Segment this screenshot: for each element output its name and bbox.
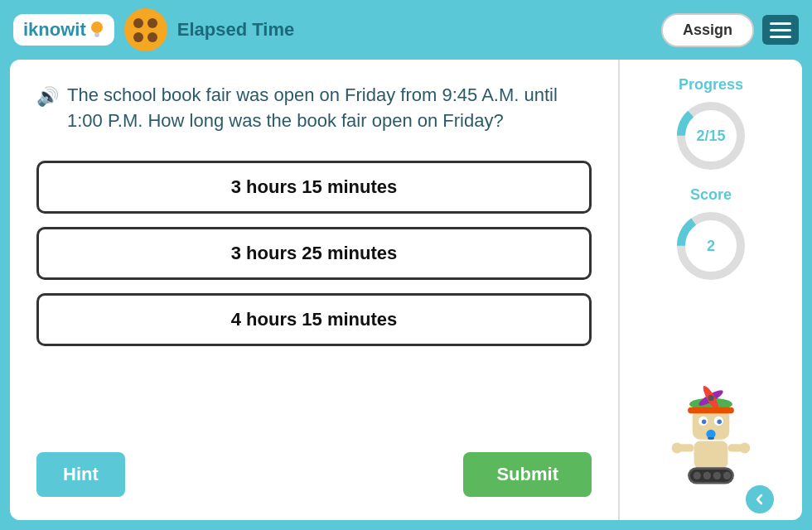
menu-line-2 bbox=[770, 29, 791, 31]
svg-rect-2 bbox=[94, 36, 99, 37]
header-actions: Assign bbox=[661, 13, 799, 47]
dot-4 bbox=[147, 32, 157, 42]
left-panel: 🔊 The school book fair was open on Frida… bbox=[10, 60, 620, 520]
question-text: The school book fair was open on Friday … bbox=[67, 83, 592, 134]
score-donut: 2 bbox=[674, 209, 748, 283]
svg-point-21 bbox=[672, 442, 683, 453]
bulb-icon bbox=[89, 21, 104, 39]
svg-point-26 bbox=[694, 472, 701, 479]
progress-section: Progress 2/15 bbox=[674, 76, 748, 173]
answer-option-2[interactable]: 3 hours 25 minutes bbox=[36, 227, 592, 280]
svg-point-15 bbox=[702, 420, 707, 425]
answer-option-1[interactable]: 3 hours 15 minutes bbox=[36, 161, 592, 214]
svg-point-23 bbox=[739, 442, 750, 453]
svg-point-27 bbox=[703, 472, 711, 479]
dot-2 bbox=[147, 18, 157, 28]
back-button[interactable] bbox=[746, 485, 774, 513]
svg-point-28 bbox=[713, 472, 721, 479]
right-panel: Progress 2/15 Score 2 bbox=[620, 60, 802, 520]
dot-1 bbox=[133, 18, 143, 28]
mascot-area bbox=[661, 305, 761, 490]
menu-button[interactable] bbox=[762, 15, 799, 45]
svg-point-0 bbox=[91, 22, 103, 33]
main-content: 🔊 The school book fair was open on Frida… bbox=[10, 60, 802, 520]
hint-button[interactable]: Hint bbox=[36, 452, 125, 497]
answer-option-3[interactable]: 4 hours 15 minutes bbox=[36, 293, 592, 346]
svg-point-29 bbox=[723, 472, 731, 479]
dot-3 bbox=[133, 32, 143, 42]
submit-button[interactable]: Submit bbox=[463, 452, 592, 497]
topic-dots bbox=[133, 18, 157, 42]
app-header: iknowit Elapsed Time Assign bbox=[0, 0, 812, 60]
svg-rect-12 bbox=[688, 407, 734, 413]
topic-icon bbox=[124, 8, 167, 51]
answers-list: 3 hours 15 minutes 3 hours 25 minutes 4 … bbox=[36, 161, 592, 346]
progress-value: 2/15 bbox=[696, 128, 725, 145]
logo-text: iknowit bbox=[23, 19, 86, 41]
progress-label: Progress bbox=[674, 76, 748, 94]
svg-point-10 bbox=[708, 395, 713, 401]
question-area: 🔊 The school book fair was open on Frida… bbox=[36, 83, 592, 134]
svg-rect-1 bbox=[94, 33, 99, 36]
progress-donut: 2/15 bbox=[674, 99, 748, 173]
svg-rect-18 bbox=[708, 437, 713, 440]
score-label: Score bbox=[674, 186, 748, 204]
logo: iknowit bbox=[13, 14, 114, 46]
menu-line-3 bbox=[770, 36, 791, 38]
back-icon bbox=[752, 492, 767, 507]
assign-button[interactable]: Assign bbox=[661, 13, 754, 47]
mascot-svg bbox=[661, 383, 761, 490]
svg-point-16 bbox=[717, 420, 722, 425]
score-value: 2 bbox=[707, 238, 715, 255]
svg-point-30 bbox=[752, 492, 767, 507]
topic-title: Elapsed Time bbox=[177, 19, 651, 41]
svg-rect-19 bbox=[694, 441, 728, 469]
sound-icon[interactable]: 🔊 bbox=[36, 86, 59, 108]
score-section: Score 2 bbox=[674, 186, 748, 283]
menu-line-1 bbox=[770, 22, 791, 25]
bottom-bar: Hint Submit bbox=[36, 452, 592, 497]
